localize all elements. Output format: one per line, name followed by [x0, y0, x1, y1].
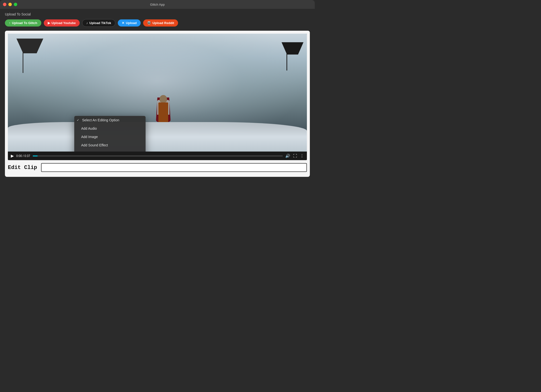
dropdown-add-sound-effect-label: Add Sound Effect [81, 143, 108, 147]
edit-clip-label: Edit Clip [8, 165, 37, 171]
dropdown-item-add-image[interactable]: Add Image [74, 133, 146, 141]
upload-reddit-button[interactable]: 👽 Upload Reddit [143, 19, 178, 27]
editing-dropdown: Select An Editing Option Add Audio Add I… [74, 116, 146, 152]
dropdown-select-editing-label: Select An Editing Option [82, 118, 119, 122]
tree-right [286, 46, 287, 70]
dropdown-add-image-label: Add Image [81, 135, 98, 139]
dropdown-item-add-audio[interactable]: Add Audio [74, 124, 146, 133]
video-wrapper: Select An Editing Option Add Audio Add I… [8, 34, 307, 160]
close-button[interactable] [3, 3, 6, 6]
video-scene [8, 34, 307, 152]
dropdown-item-add-text[interactable]: Add Text [74, 149, 146, 152]
dropdown-add-audio-label: Add Audio [81, 126, 97, 130]
snow-ground [8, 122, 307, 152]
video-progress-fill [33, 155, 38, 156]
reddit-icon: 👽 [147, 21, 151, 25]
edit-clip-area: Edit Clip [8, 160, 307, 174]
char-head [160, 95, 167, 102]
minimize-button[interactable] [8, 3, 12, 6]
upload-tiktok-label: Upload TikTok [90, 21, 111, 25]
upload-buttons-bar: ↑ Upload To Glitch ▶ Upload Youtube ♪ Up… [5, 19, 310, 27]
upload-youtube-button[interactable]: ▶ Upload Youtube [44, 19, 80, 27]
upload-x-button[interactable]: ✕ Upload [118, 19, 141, 27]
video-time-display: 0:00 / 0:37 [16, 154, 30, 158]
play-button[interactable]: ▶ [11, 154, 14, 158]
more-options-icon[interactable]: ⋮ [300, 154, 304, 158]
video-progress-bar[interactable] [33, 155, 283, 156]
maximize-button[interactable] [14, 3, 17, 6]
upload-social-label: Upload To Social [5, 12, 310, 16]
tiktok-icon: ♪ [86, 21, 88, 25]
upload-reddit-label: Upload Reddit [152, 21, 174, 25]
video-controls: ▶ 0:00 / 0:37 🔊 ⛶ ⋮ [8, 152, 307, 160]
fullscreen-icon[interactable]: ⛶ [293, 154, 297, 158]
video-player[interactable]: Select An Editing Option Add Audio Add I… [8, 34, 307, 152]
youtube-icon: ▶ [48, 21, 50, 25]
video-container: Select An Editing Option Add Audio Add I… [5, 31, 310, 177]
titlebar: Glitch App [0, 0, 315, 9]
upload-glitch-button[interactable]: ↑ Upload To Glitch [5, 19, 41, 27]
tree-left [23, 43, 23, 73]
upload-x-label: Upload [126, 21, 137, 25]
character [153, 83, 173, 122]
dropdown-item-add-sound-effect[interactable]: Add Sound Effect [74, 141, 146, 149]
edit-clip-input[interactable] [41, 163, 307, 172]
dropdown-item-select-editing[interactable]: Select An Editing Option [74, 116, 146, 124]
video-controls-right: 🔊 ⛶ ⋮ [285, 154, 304, 158]
upload-glitch-label: Upload To Glitch [12, 21, 37, 25]
volume-icon[interactable]: 🔊 [285, 154, 290, 158]
upload-youtube-label: Upload Youtube [52, 21, 76, 25]
window-controls [3, 3, 17, 6]
char-body [158, 102, 168, 122]
main-content: Upload To Social ↑ Upload To Glitch ▶ Up… [0, 9, 315, 180]
app-title: Glitch App [150, 3, 165, 6]
upload-tiktok-button[interactable]: ♪ Upload TikTok [82, 19, 115, 27]
x-icon: ✕ [122, 21, 124, 25]
upload-glitch-icon: ↑ [9, 21, 11, 25]
